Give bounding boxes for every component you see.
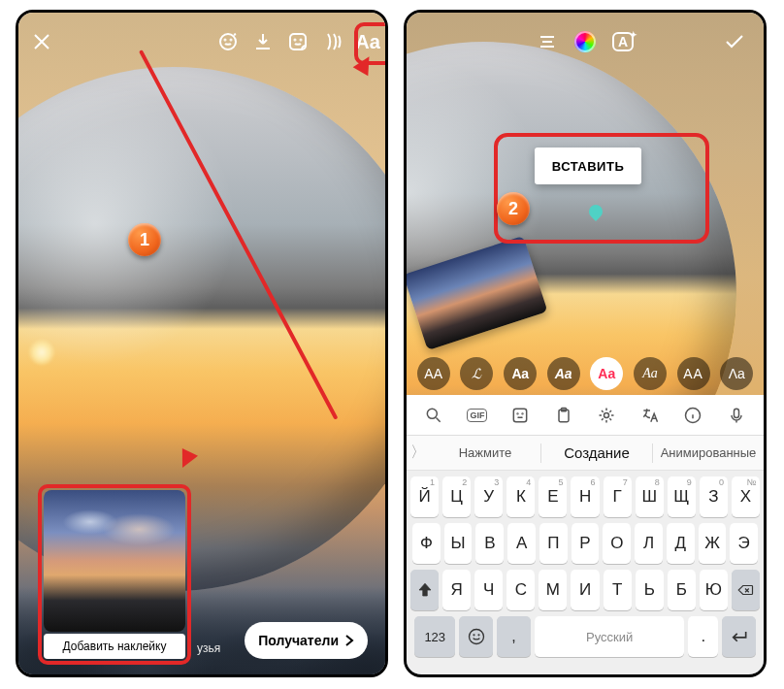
key-Д[interactable]: Д	[667, 523, 695, 564]
language-key[interactable]: ,	[497, 616, 531, 657]
key-А[interactable]: А	[507, 523, 536, 564]
svg-point-1	[225, 40, 226, 41]
period-key[interactable]: .	[688, 616, 718, 657]
enter-key[interactable]	[722, 616, 756, 657]
key-Ю[interactable]: Ю	[700, 570, 728, 610]
key-Щ[interactable]: Щ9	[668, 476, 696, 517]
font-option-6[interactable]: AA	[677, 357, 710, 390]
font-option-selected[interactable]: Aa	[590, 357, 623, 390]
svg-point-9	[522, 412, 523, 413]
clipboard-icon[interactable]	[548, 402, 579, 429]
suggestion-right[interactable]: Анимированные	[653, 445, 764, 460]
key-Й[interactable]: Й1	[410, 476, 439, 517]
font-option-5[interactable]: Aa	[634, 357, 667, 390]
align-icon[interactable]	[530, 24, 565, 59]
text-entry-screen: A✦ ВСТАВИТЬ AA ℒ Aa Aa Aa Aa AA Λa GIF	[404, 10, 767, 677]
key-Н[interactable]: Н6	[571, 476, 599, 517]
text-editor-topbar: A✦	[407, 20, 764, 63]
key-О[interactable]: О	[603, 523, 631, 564]
info-icon[interactable]	[677, 402, 708, 429]
sticker-keyboard-icon[interactable]	[505, 402, 536, 429]
key-Ф[interactable]: Ф	[412, 523, 441, 564]
suggestion-bar: 〉 Нажмите Создание Анимированные	[407, 436, 764, 471]
add-sticker-label[interactable]: Добавить наклейку	[44, 634, 185, 659]
key-Х[interactable]: Х№	[732, 476, 760, 517]
settings-icon[interactable]	[591, 402, 622, 429]
key-Ь[interactable]: Ь	[636, 570, 664, 610]
key-Б[interactable]: Б	[668, 570, 696, 610]
key-Л[interactable]: Л	[635, 523, 663, 564]
suggestion-expand-icon[interactable]: 〉	[407, 443, 430, 463]
sticker-icon[interactable]	[280, 24, 315, 59]
svg-point-15	[469, 630, 483, 644]
key-Ц[interactable]: Ц2	[442, 476, 471, 517]
translate-icon[interactable]	[635, 402, 666, 429]
paste-popup[interactable]: ВСТАВИТЬ	[535, 148, 641, 184]
backspace-key[interactable]	[732, 570, 760, 610]
recipients-label: Получатели	[258, 633, 339, 648]
color-picker-icon[interactable]	[574, 31, 596, 52]
key-М[interactable]: М	[539, 570, 567, 610]
annotation-step-badge-1: 1	[128, 223, 161, 256]
key-Т[interactable]: Т	[604, 570, 632, 610]
key-Ы[interactable]: Ы	[444, 523, 473, 564]
svg-rect-7	[514, 409, 527, 421]
key-Е[interactable]: Е5	[539, 476, 567, 517]
face-filter-icon[interactable]	[211, 24, 245, 59]
emoji-key[interactable]	[459, 616, 493, 657]
annotation-step-badge-2: 2	[497, 192, 530, 225]
editor-topbar: Aa	[18, 20, 385, 63]
key-Э[interactable]: Э	[730, 523, 758, 564]
svg-point-5	[301, 40, 302, 41]
search-icon[interactable]	[418, 402, 449, 429]
close-icon[interactable]	[24, 24, 59, 59]
mic-icon[interactable]	[721, 402, 752, 429]
key-Я[interactable]: Я	[442, 570, 471, 610]
space-key[interactable]: Русский	[535, 616, 684, 657]
svg-point-4	[295, 40, 296, 41]
key-Ш[interactable]: Ш8	[636, 476, 664, 517]
font-option-7[interactable]: Λa	[720, 357, 753, 390]
key-Г[interactable]: Г7	[604, 476, 632, 517]
effects-icon[interactable]	[315, 24, 350, 59]
font-option-1[interactable]: ℒ	[460, 357, 493, 390]
key-Ч[interactable]: Ч	[474, 570, 503, 610]
svg-point-12	[604, 412, 609, 417]
key-П[interactable]: П	[539, 523, 568, 564]
story-editor-screen: Aa Добавить наклейку узья Получатели	[16, 10, 388, 677]
key-В[interactable]: В	[475, 523, 504, 564]
svg-rect-14	[734, 409, 738, 417]
key-С[interactable]: С	[506, 570, 535, 610]
font-option-0[interactable]: AA	[417, 357, 450, 390]
svg-point-17	[478, 635, 479, 636]
font-option-3[interactable]: Aa	[547, 357, 580, 390]
svg-point-16	[474, 635, 474, 636]
keyboard-keys: Й1Ц2У3К4Е5Н6Г7Ш8Щ9З0Х№ ФЫВАПРОЛДЖЭ ЯЧСМИ…	[407, 471, 764, 663]
shift-key[interactable]	[410, 570, 439, 610]
key-К[interactable]: К4	[506, 476, 535, 517]
svg-point-6	[428, 409, 438, 418]
keyboard-area: GIF 〉 Нажмите Создание Анимированные Й1Ц…	[407, 395, 764, 674]
done-button[interactable]	[717, 24, 752, 59]
download-icon[interactable]	[245, 24, 280, 59]
keyboard-toolbar: GIF	[407, 395, 764, 436]
text-tool-button[interactable]: Aa	[350, 24, 385, 59]
close-friends-hint: узья	[197, 641, 220, 655]
text-effects-icon[interactable]: A✦	[605, 24, 640, 59]
key-У[interactable]: У3	[474, 476, 503, 517]
key-Ж[interactable]: Ж	[699, 523, 727, 564]
clipboard-photo-sticker[interactable]	[44, 490, 185, 632]
font-picker-row: AA ℒ Aa Aa Aa Aa AA Λa	[407, 354, 764, 393]
svg-point-8	[517, 412, 518, 413]
chevron-right-icon	[344, 635, 354, 646]
symbols-key[interactable]: 123	[414, 616, 455, 657]
suggestion-center[interactable]: Создание	[541, 444, 652, 461]
key-И[interactable]: И	[571, 570, 599, 610]
svg-point-0	[220, 34, 236, 49]
recipients-button[interactable]: Получатели	[245, 622, 368, 659]
key-З[interactable]: З0	[700, 476, 728, 517]
gif-button[interactable]: GIF	[462, 402, 493, 429]
suggestion-left[interactable]: Нажмите	[430, 445, 540, 460]
font-option-2[interactable]: Aa	[504, 357, 537, 390]
key-Р[interactable]: Р	[572, 523, 600, 564]
